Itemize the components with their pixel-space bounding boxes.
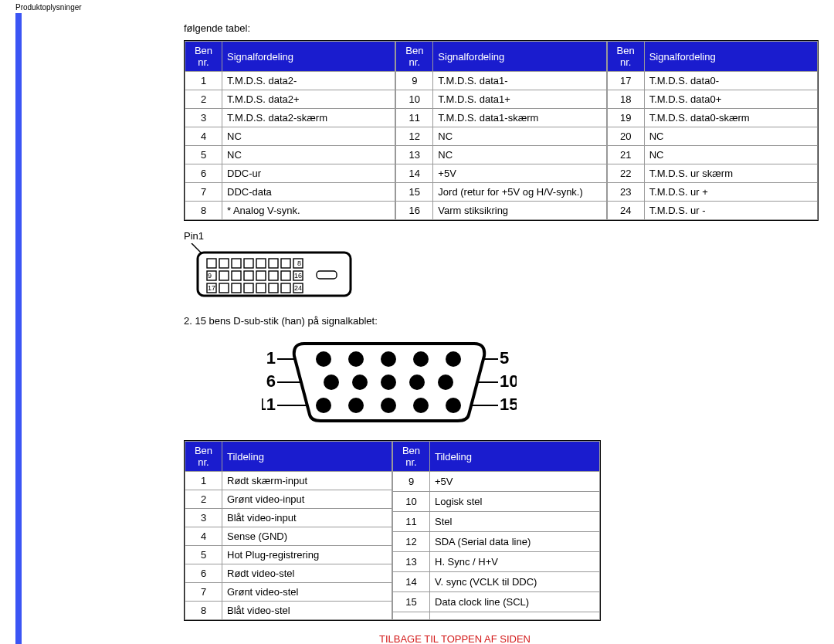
svg-rect-15 bbox=[269, 271, 278, 280]
table-row: 10Logisk stel bbox=[393, 492, 600, 512]
svg-text:24: 24 bbox=[294, 284, 302, 292]
svg-text:1: 1 bbox=[266, 348, 276, 368]
table-row: 13H. Sync / H+V bbox=[393, 552, 600, 572]
table-row: 7Grønt video-stel bbox=[185, 583, 392, 602]
table-row: 8* Analog V-synk. bbox=[185, 202, 395, 220]
table-row: 8Blåt video-stel bbox=[185, 602, 392, 620]
svg-point-56 bbox=[381, 398, 396, 413]
svg-point-58 bbox=[446, 398, 461, 413]
table-row: 2Grønt video-input bbox=[185, 490, 392, 509]
svg-point-57 bbox=[413, 398, 429, 413]
svg-point-51 bbox=[381, 375, 396, 390]
svg-point-48 bbox=[446, 351, 461, 367]
th-pin: Ben nr. bbox=[393, 442, 430, 472]
table-row: 3T.M.D.S. data2-skærm bbox=[185, 109, 395, 127]
table-row: 16Varm stiksikring bbox=[396, 202, 606, 220]
table-row: 9T.M.D.S. data1- bbox=[396, 72, 606, 90]
svg-rect-7 bbox=[269, 259, 278, 268]
table-row: 19T.M.D.S. data0-skærm bbox=[607, 109, 817, 127]
svg-rect-13 bbox=[244, 271, 253, 280]
svg-text:15: 15 bbox=[500, 395, 517, 414]
svg-text:17: 17 bbox=[208, 284, 215, 292]
table-row: 17T.M.D.S. data0- bbox=[607, 72, 817, 90]
intro-text: følgende tabel: bbox=[184, 22, 819, 34]
page-layout: følgende tabel: Ben nr. Signalfordeling … bbox=[0, 13, 834, 644]
table-row: 23T.M.D.S. ur + bbox=[607, 183, 817, 202]
svg-rect-19 bbox=[219, 283, 229, 293]
svg-rect-2 bbox=[207, 259, 216, 268]
svg-text:8: 8 bbox=[297, 259, 301, 267]
svg-point-45 bbox=[348, 351, 364, 367]
table-row: 18T.M.D.S. data0+ bbox=[607, 90, 817, 109]
back-to-top-link[interactable]: TILBAGE TIL TOPPEN AF SIDEN bbox=[184, 633, 819, 644]
main-content: følgende tabel: Ben nr. Signalfordeling … bbox=[37, 13, 834, 644]
svg-text:10: 10 bbox=[500, 371, 517, 391]
table-row: 9+5V bbox=[393, 472, 600, 492]
svg-point-53 bbox=[438, 375, 453, 390]
svg-point-54 bbox=[316, 398, 331, 413]
table-row: 2T.M.D.S. data2+ bbox=[185, 90, 395, 109]
svg-rect-26 bbox=[317, 271, 337, 279]
table-row: 5Hot Plug-registrering bbox=[185, 546, 392, 564]
th-sig: Signalfordeling bbox=[644, 42, 817, 72]
svg-rect-3 bbox=[219, 259, 229, 268]
th-pin: Ben nr. bbox=[396, 42, 433, 72]
vga-caption: 2. 15 bens D-sub-stik (han) på signalkab… bbox=[184, 315, 819, 327]
table-row: 7DDC-data bbox=[185, 183, 395, 202]
svg-rect-14 bbox=[256, 271, 266, 280]
svg-rect-23 bbox=[269, 283, 278, 293]
th-pin: Ben nr. bbox=[185, 442, 222, 472]
table-row: 10T.M.D.S. data1+ bbox=[396, 90, 606, 109]
svg-text:16: 16 bbox=[294, 272, 302, 280]
svg-rect-16 bbox=[281, 271, 290, 280]
pin1-label: Pin1 bbox=[184, 230, 819, 242]
table-row: 11Stel bbox=[393, 512, 600, 532]
svg-text:6: 6 bbox=[266, 371, 276, 391]
table-row: 14V. sync (VCLK til DDC) bbox=[393, 572, 600, 592]
svg-point-47 bbox=[413, 351, 429, 367]
table-row: 14+5V bbox=[396, 164, 606, 183]
vga-connector-diagram: 1 6 11 5 10 15 bbox=[184, 334, 819, 429]
signal-table-col1: Ben nr. Signalfordeling 1T.M.D.S. data2-… bbox=[185, 41, 395, 220]
th-pin: Ben nr. bbox=[185, 42, 222, 72]
table-row: 11T.M.D.S. data1-skærm bbox=[396, 109, 606, 127]
sidebar-stripe bbox=[0, 13, 37, 644]
table-row bbox=[393, 612, 600, 620]
signal-table-col3: Ben nr. Signalfordeling 17T.M.D.S. data0… bbox=[607, 41, 818, 220]
table-row: 13NC bbox=[396, 146, 606, 164]
svg-text:11: 11 bbox=[262, 395, 276, 414]
svg-rect-21 bbox=[244, 283, 253, 293]
signal-table-col2: Ben nr. Signalfordeling 9T.M.D.S. data1-… bbox=[395, 41, 606, 220]
svg-rect-4 bbox=[232, 259, 241, 268]
svg-rect-8 bbox=[281, 259, 290, 268]
assignment-table-2col: Ben nr. Tildeling 1Rødt skærm-input 2Grø… bbox=[184, 440, 601, 621]
svg-rect-12 bbox=[232, 271, 241, 280]
table-row: 20NC bbox=[607, 127, 817, 146]
svg-point-46 bbox=[381, 351, 396, 367]
table-row: 1Rødt skærm-input bbox=[185, 472, 392, 490]
svg-point-55 bbox=[348, 398, 364, 413]
svg-rect-22 bbox=[256, 283, 266, 293]
svg-point-52 bbox=[409, 375, 425, 390]
table-row: 4NC bbox=[185, 127, 395, 146]
table-row: 6Rødt video-stel bbox=[185, 564, 392, 583]
table-row: 6DDC-ur bbox=[185, 164, 395, 183]
th-sig: Signalfordeling bbox=[433, 42, 606, 72]
table-row: 22T.M.D.S. ur skærm bbox=[607, 164, 817, 183]
svg-rect-24 bbox=[281, 283, 290, 293]
svg-rect-6 bbox=[256, 259, 266, 268]
table-row: 3Blåt video-input bbox=[185, 509, 392, 527]
table-row: 21NC bbox=[607, 146, 817, 164]
table-row: 12NC bbox=[396, 127, 606, 146]
table-row: 24T.M.D.S. ur - bbox=[607, 202, 817, 220]
table-row: 15Data clock line (SCL) bbox=[393, 592, 600, 612]
svg-rect-20 bbox=[232, 283, 241, 293]
table-row: 5NC bbox=[185, 146, 395, 164]
page-header-title: Produktoplysninger bbox=[0, 0, 834, 13]
svg-rect-5 bbox=[244, 259, 253, 268]
dvi-connector-diagram: 8 916 1724 bbox=[184, 243, 819, 304]
assign-table-col1: Ben nr. Tildeling 1Rødt skærm-input 2Grø… bbox=[185, 441, 392, 620]
svg-point-44 bbox=[316, 351, 331, 367]
table-row: 15Jord (retur for +5V og H/V-synk.) bbox=[396, 183, 606, 202]
svg-text:9: 9 bbox=[208, 272, 212, 280]
